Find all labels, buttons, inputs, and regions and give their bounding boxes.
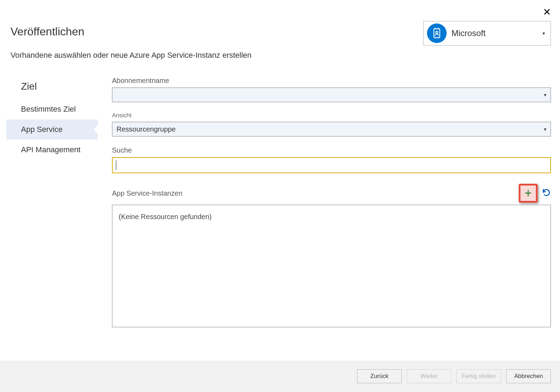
instances-empty-text: (Keine Ressourcen gefunden) <box>119 213 212 220</box>
instances-list[interactable]: (Keine Ressourcen gefunden) <box>112 205 551 327</box>
sidebar-item-target[interactable]: Bestimmtes Ziel <box>0 99 98 119</box>
account-name: Microsoft <box>451 28 538 38</box>
wizard-sidebar: Ziel Bestimmtes Ziel App Service API Man… <box>0 77 98 327</box>
refresh-button[interactable] <box>542 188 551 198</box>
next-button[interactable]: Weiter <box>407 369 451 383</box>
finish-button[interactable]: Fertig stellen <box>456 369 501 383</box>
text-cursor <box>116 160 116 170</box>
sidebar-item-app-service[interactable]: App Service <box>6 119 98 140</box>
back-button[interactable]: Zurück <box>357 369 402 383</box>
chevron-down-icon: ▾ <box>542 30 547 36</box>
plus-icon: + <box>524 187 532 200</box>
svg-point-1 <box>436 31 438 33</box>
view-value: Ressourcengruppe <box>117 125 176 133</box>
instances-label: App Service-Instanzen <box>112 189 182 197</box>
account-selector[interactable]: Microsoft ▾ <box>423 21 551 46</box>
add-instance-button[interactable]: + <box>519 184 538 203</box>
page-subtitle: Vorhandene auswählen oder neue Azure App… <box>10 51 560 60</box>
sidebar-item-api-management[interactable]: API Management <box>0 140 98 160</box>
chevron-down-icon: ▾ <box>544 92 546 98</box>
subscription-label: Abonnementname <box>112 77 551 85</box>
cancel-button[interactable]: Abbrechen <box>506 369 551 383</box>
search-input[interactable] <box>112 157 551 173</box>
search-label: Suche <box>112 146 551 154</box>
account-avatar-icon <box>427 23 447 43</box>
close-button[interactable]: ✕ <box>543 6 551 18</box>
view-label: Ansicht <box>112 112 551 119</box>
chevron-down-icon: ▾ <box>544 126 546 132</box>
wizard-footer: Zurück Weiter Fertig stellen Abbrechen <box>0 360 560 392</box>
subscription-dropdown[interactable]: ▾ <box>112 88 551 102</box>
sidebar-heading: Ziel <box>0 81 98 99</box>
view-dropdown[interactable]: Ressourcengruppe ▾ <box>112 122 551 136</box>
